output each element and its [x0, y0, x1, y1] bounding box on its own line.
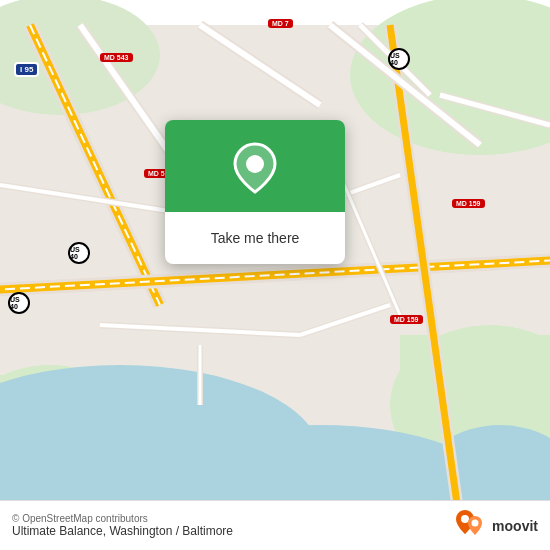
- us40-mid-left-label: US 40: [68, 242, 90, 264]
- svg-line-40: [440, 95, 550, 125]
- us40-bottom-left-label: US 40: [8, 292, 30, 314]
- route-badge-md543-top: MD 543: [100, 46, 133, 64]
- location-pin-icon: [229, 140, 281, 196]
- svg-line-30: [300, 305, 390, 335]
- us40-top-right-label: US 40: [388, 48, 410, 70]
- svg-point-44: [472, 519, 479, 526]
- md159-mid-label: MD 159: [452, 199, 485, 208]
- popup-header: [165, 120, 345, 212]
- route-badge-i95: I 95: [14, 58, 39, 77]
- route-badge-md159-mid: MD 159: [452, 192, 485, 210]
- md543-top-label: MD 543: [100, 53, 133, 62]
- popup-card: Take me there: [165, 120, 345, 264]
- svg-line-23: [200, 25, 320, 105]
- svg-line-35: [340, 175, 400, 315]
- svg-line-12: [30, 25, 160, 305]
- moovit-pin-icon: [453, 508, 489, 544]
- bottom-bar-left: © OpenStreetMap contributors Ultimate Ba…: [12, 513, 233, 538]
- svg-point-42: [246, 155, 264, 173]
- svg-line-22: [200, 25, 320, 105]
- svg-point-43: [461, 515, 469, 523]
- svg-rect-6: [400, 335, 550, 525]
- md7-label: MD 7: [268, 19, 293, 28]
- svg-line-17: [0, 260, 550, 290]
- svg-line-18: [390, 25, 460, 525]
- svg-point-1: [350, 0, 550, 155]
- md159-lower-label: MD 159: [390, 315, 423, 324]
- route-badge-md7: MD 7: [268, 12, 293, 30]
- svg-point-7: [0, 365, 140, 505]
- svg-line-19: [390, 25, 460, 525]
- take-me-there-button[interactable]: Take me there: [175, 222, 335, 254]
- svg-line-15: [0, 260, 550, 290]
- map-svg: [0, 0, 550, 550]
- svg-line-36: [330, 25, 480, 145]
- svg-line-37: [330, 25, 480, 145]
- route-badge-us40-bottom-left: US 40: [8, 292, 30, 314]
- svg-line-31: [300, 305, 390, 335]
- moovit-logo: moovit: [453, 508, 538, 544]
- popup-body: Take me there: [165, 212, 345, 264]
- route-badge-us40-top-right: US 40: [388, 48, 410, 70]
- svg-line-29: [100, 325, 300, 335]
- route-badge-md159-lower: MD 159: [390, 308, 423, 326]
- location-name: Ultimate Balance, Washington / Baltimore: [12, 524, 233, 538]
- svg-line-41: [440, 95, 550, 125]
- svg-line-16: [0, 260, 550, 290]
- svg-rect-2: [430, 25, 550, 125]
- svg-line-13: [30, 25, 160, 305]
- svg-point-5: [390, 325, 550, 485]
- moovit-text: moovit: [492, 518, 538, 534]
- map-container: I 95 MD 543 MD 543 US 40 US 40 US 40 MD …: [0, 0, 550, 550]
- svg-rect-0: [0, 25, 550, 525]
- route-badge-us40-mid-left: US 40: [68, 242, 90, 264]
- attribution-text: © OpenStreetMap contributors: [12, 513, 233, 524]
- svg-line-28: [100, 325, 300, 335]
- svg-line-14: [30, 25, 160, 305]
- bottom-bar: © OpenStreetMap contributors Ultimate Ba…: [0, 500, 550, 550]
- i95-label: I 95: [14, 62, 39, 77]
- svg-line-34: [340, 175, 400, 315]
